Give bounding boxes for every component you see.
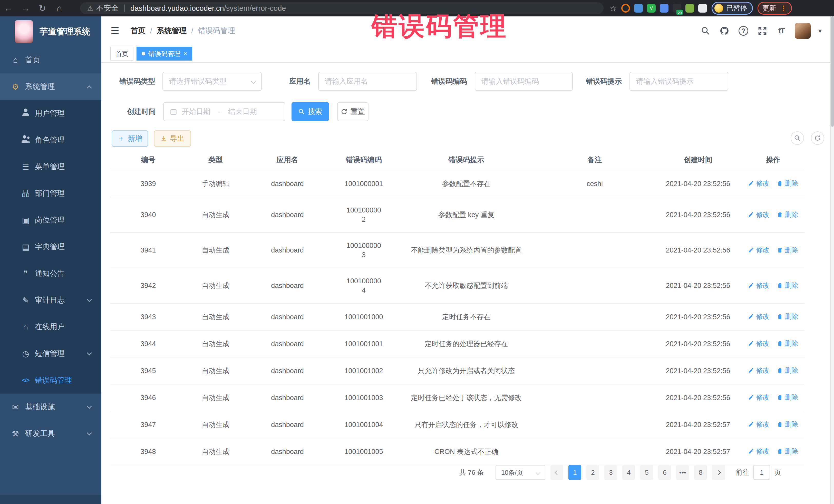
close-icon[interactable]: × [183,50,187,57]
user-avatar[interactable] [795,23,811,39]
address-bar[interactable]: ⚠ 不安全 dashboard.yudao.iocoder.cn /system… [80,2,603,14]
delete-link[interactable]: 删除 [777,210,798,219]
sidebar-item-菜单管理[interactable]: ☰菜单管理 [0,153,101,180]
sidebar-item-字典管理[interactable]: ▤字典管理 [0,234,101,260]
delete-link[interactable]: 删除 [777,366,798,375]
page-button-1[interactable]: 1 [568,465,581,480]
orange-ring-extension-icon[interactable] [621,4,630,13]
scrollbar-thumb[interactable] [831,17,834,127]
sidebar-item-岗位管理[interactable]: ▣岗位管理 [0,207,101,234]
menu-kebab-icon[interactable]: ⋮ [780,4,787,13]
help-icon[interactable]: ? [738,25,749,37]
page-button-8[interactable]: 8 [694,465,707,480]
home-icon[interactable]: ⌂ [51,3,68,13]
green-key-extension-icon[interactable] [685,4,694,13]
add-button[interactable]: ＋ 新增 [112,130,148,147]
edit-link[interactable]: 修改 [748,420,770,429]
hamburger-icon[interactable]: ☰ [111,25,119,37]
edit-link[interactable]: 修改 [748,446,770,456]
sidebar-item-审计日志[interactable]: ✎审计日志 [0,287,101,313]
row-msg: 参数配置 key 重复 [398,197,535,233]
edit-link[interactable]: 修改 [748,366,770,375]
users-icon [21,135,30,143]
edit-link[interactable]: 修改 [748,179,770,188]
sidebar-item-系统管理[interactable]: ⚙系统管理 [0,73,101,100]
sidebar-item-通知公告[interactable]: ❞通知公告 [0,260,101,287]
filter-date-label: 创建时间 [117,102,156,121]
chevron-down-icon[interactable]: ▾ [818,27,822,35]
delete-link[interactable]: 删除 [777,420,798,429]
sidebar-item-首页[interactable]: ⌂首页 [0,47,101,73]
page-size-select[interactable]: 10条/页 [496,465,545,480]
reload-icon[interactable]: ↻ [34,3,51,13]
github-icon[interactable] [719,25,730,37]
more-pages-button[interactable]: ••• [676,465,689,480]
delete-link[interactable]: 删除 [777,245,798,255]
update-button[interactable]: 更新 ⋮ [758,2,792,15]
sidebar-item-角色管理[interactable]: 角色管理 [0,127,101,153]
blue-drop-extension-icon[interactable] [634,4,643,13]
search-button[interactable]: 搜索 [291,102,329,121]
sidebar-item-短信管理[interactable]: ◷短信管理 [0,340,101,367]
row-app: dashboard [245,268,330,303]
list-extension-icon[interactable]: on [673,4,681,13]
page-button-3[interactable]: 3 [604,465,617,480]
date-range-picker[interactable]: 开始日期 - 结束日期 [163,102,285,121]
delete-link[interactable]: 删除 [777,339,798,348]
app-name-input[interactable]: 请输入应用名 [318,72,417,91]
font-size-icon[interactable]: tT [776,25,787,37]
sidebar-item-部门管理[interactable]: 品部门管理 [0,180,101,207]
breadcrumb-item[interactable]: 首页 [131,26,146,36]
column-header-错误码编码: 错误码编码 [330,150,398,170]
edit-link[interactable]: 修改 [748,210,770,219]
tab-错误码管理[interactable]: 错误码管理× [136,47,192,61]
delete-link[interactable]: 删除 [777,179,798,188]
refresh-table-button[interactable] [811,131,824,145]
delete-link[interactable]: 删除 [777,281,798,290]
row-type: 自动生成 [186,197,245,233]
users-icon [20,135,31,145]
delete-link[interactable]: 删除 [777,446,798,456]
edit-link[interactable]: 修改 [748,245,770,255]
page-button-6[interactable]: 6 [658,465,671,480]
error-code-input[interactable]: 请输入错误码编码 [475,72,573,91]
back-icon[interactable]: ← [0,3,17,13]
delete-link[interactable]: 删除 [777,312,798,321]
next-page-button[interactable] [712,465,725,480]
edit-link[interactable]: 修改 [748,393,770,402]
green-v-extension-icon[interactable]: V [647,4,656,13]
trash-icon [777,421,783,427]
page-button-4[interactable]: 4 [622,465,635,480]
forward-icon[interactable]: → [17,3,34,13]
edit-link[interactable]: 修改 [748,339,770,348]
sidebar-collapse-bar[interactable] [0,495,101,504]
page-scrollbar[interactable] [830,17,834,504]
puzzle-extension-icon[interactable] [698,4,707,13]
delete-link[interactable]: 删除 [777,393,798,402]
blue-grid-extension-icon[interactable] [660,4,668,13]
export-button[interactable]: 导出 [154,130,191,147]
bookmark-star-icon[interactable]: ☆ [610,4,617,13]
breadcrumb-item[interactable]: 系统管理 [157,26,186,36]
error-msg-input[interactable]: 请输入错误码提示 [630,72,728,91]
search-icon[interactable] [700,25,711,37]
prev-page-button[interactable] [550,465,563,480]
page-button-5[interactable]: 5 [640,465,653,480]
edit-link[interactable]: 修改 [748,281,770,290]
sidebar-item-在线用户[interactable]: ∩在线用户 [0,313,101,340]
fullscreen-icon[interactable] [757,25,768,37]
sidebar-item-错误码管理[interactable]: </>错误码管理 [0,367,101,394]
reset-button[interactable]: 重置 [337,102,369,121]
profile-paused-badge[interactable]: 已暂停 [711,2,753,15]
show-search-button[interactable] [791,131,804,145]
page-button-2[interactable]: 2 [586,465,599,480]
page-buttons: 123456•••8 [563,465,707,480]
sidebar-item-基础设施[interactable]: ✉基础设施 [0,394,101,420]
sidebar-item-用户管理[interactable]: 用户管理 [0,100,101,127]
goto-page-input[interactable]: 1 [753,465,770,480]
table-row: 3947自动生成dashboard1001001004只有开启状态的任务，才可以… [110,411,805,438]
tab-首页[interactable]: 首页 [110,47,133,61]
error-type-select[interactable]: 请选择错误码类型 [162,72,262,91]
sidebar-item-研发工具[interactable]: ⚒研发工具 [0,420,101,447]
edit-link[interactable]: 修改 [748,312,770,321]
